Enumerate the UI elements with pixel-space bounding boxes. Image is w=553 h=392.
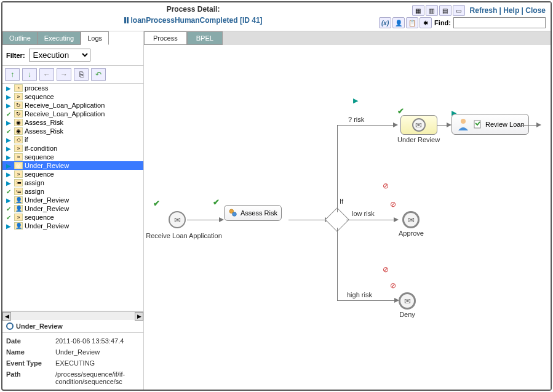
tree-label: sequence <box>25 153 54 161</box>
check-icon: ✔ <box>153 199 160 208</box>
tree-row[interactable]: ✔👤Under_Review <box>2 204 143 213</box>
asg-icon: ≔ <box>14 188 23 195</box>
nav-down-icon[interactable]: ↓ <box>22 68 37 81</box>
horizontal-scrollbar[interactable]: ◀ ▶ <box>2 311 143 320</box>
edge <box>346 220 394 220</box>
tree-row[interactable]: ▶▫process <box>2 84 143 92</box>
svg-point-2 <box>461 119 466 124</box>
filter-label: Filter: <box>6 52 25 59</box>
tree-label: Under_Review <box>25 196 69 204</box>
nav-up-icon[interactable]: ↑ <box>5 68 20 81</box>
tab-executing[interactable]: Executing <box>38 31 81 45</box>
person-icon[interactable]: 👤 <box>392 17 405 28</box>
refresh-link[interactable]: Refresh <box>470 6 498 15</box>
tree-row[interactable]: ✔≔assign <box>2 187 143 196</box>
pause-icon <box>124 17 129 23</box>
review-loan-task[interactable]: Review Loan <box>452 114 529 135</box>
tree-label: process <box>25 84 49 92</box>
scroll-right-icon[interactable]: ▶ <box>135 312 143 321</box>
envelope-icon: ✉ <box>169 211 186 228</box>
tree-label: Receive_Loan_Application <box>25 110 105 118</box>
ring-icon <box>6 322 14 330</box>
tree-row[interactable]: ▶»if-condition <box>2 144 143 153</box>
find-label: Find: <box>434 19 451 26</box>
tree-label: Under_Review <box>25 222 69 230</box>
envelope-icon: ✉ <box>399 292 416 310</box>
tree-row[interactable]: ▶◉Assess_Risk <box>2 118 143 127</box>
rec-icon: ↻ <box>14 102 23 109</box>
under-review-task[interactable]: ✉ Under Review <box>397 115 440 143</box>
layout-4-icon[interactable]: ▭ <box>453 5 465 16</box>
sidebar-tabs: Outline Executing Logs <box>2 31 143 45</box>
tree-row[interactable]: ✔»sequence <box>2 213 143 222</box>
close-link[interactable]: Close <box>525 6 546 15</box>
bug-icon[interactable]: ✱ <box>420 17 432 28</box>
deny-event[interactable]: ✉ Deny <box>399 292 416 318</box>
task-icon: 👤 <box>14 222 23 230</box>
nav-toolbar: ↑ ↓ ← → ⎘ ↶ <box>2 66 143 84</box>
tab-process[interactable]: Process <box>144 31 187 45</box>
if-icon: ◇ <box>14 136 23 143</box>
view-icons: ▦ ▥ ▤ ▭ <box>412 5 465 16</box>
layout-2-icon[interactable]: ▥ <box>426 5 438 16</box>
nav-export-icon[interactable]: ⎘ <box>74 68 89 81</box>
process-canvas[interactable]: ✔ ✉ Receive Loan Application ✔ Assess Ri… <box>144 45 551 390</box>
play-icon: ▶ <box>5 171 12 178</box>
tree-label: Under_Review <box>25 205 69 212</box>
check-icon: ✔ <box>5 214 12 221</box>
tree-label: assign <box>25 179 44 186</box>
assess-risk-task[interactable]: Assess Risk <box>224 205 282 221</box>
approve-event[interactable]: ✉ Approve <box>399 211 424 237</box>
doc-icon[interactable]: 📋 <box>406 17 418 28</box>
variable-icon[interactable]: (x) <box>379 17 391 28</box>
play-icon: ▶ <box>5 119 12 126</box>
help-link[interactable]: Help <box>503 6 519 15</box>
tree-row[interactable]: ▶»sequence <box>2 170 143 178</box>
tab-outline[interactable]: Outline <box>2 31 38 45</box>
filter-select[interactable]: Execution <box>29 49 90 62</box>
person-icon <box>456 117 471 132</box>
receive-label: Receive Loan Application <box>144 232 224 239</box>
edge <box>337 125 338 212</box>
task-icon: 👤 <box>14 205 23 212</box>
tab-logs[interactable]: Logs <box>81 31 109 45</box>
tree-row[interactable]: ✔↻Receive_Loan_Application <box>2 110 143 118</box>
seq-icon: » <box>14 170 23 178</box>
receive-event[interactable]: ✉ <box>169 211 186 228</box>
play-icon: ▶ <box>5 85 12 92</box>
tree-row[interactable]: ▶👤Under_Review <box>2 222 143 230</box>
tree-row[interactable]: ▶◇if <box>2 135 143 144</box>
layout-1-icon[interactable]: ▦ <box>412 5 424 16</box>
tree-row[interactable]: ▶◎Under_Review <box>2 161 143 170</box>
tree-row[interactable]: ▶»sequence <box>2 92 143 101</box>
tree-label: sequence <box>25 170 54 178</box>
layout-3-icon[interactable]: ▤ <box>439 5 452 16</box>
envelope-icon: ✉ <box>412 118 426 132</box>
tree-row[interactable]: ▶↻Receive_Loan_Application <box>2 101 143 110</box>
inv-icon: ◉ <box>14 119 23 126</box>
tree-row[interactable]: ▶»sequence <box>2 153 143 161</box>
arrow-icon <box>394 217 399 222</box>
gateway-if[interactable] <box>328 211 346 228</box>
tree-label: sequence <box>25 93 54 100</box>
tree-row[interactable]: ▶≔assign <box>2 178 143 187</box>
tree-label: Assess_Risk <box>25 127 63 135</box>
nav-undo-icon[interactable]: ↶ <box>91 68 106 81</box>
tree-row[interactable]: ✔◉Assess_Risk <box>2 127 143 135</box>
task-icon: 👤 <box>14 196 23 204</box>
nav-right-icon[interactable]: → <box>57 68 71 81</box>
find-input[interactable] <box>453 17 546 28</box>
titlebar: Process Detail: loanProcessHumanComplete… <box>2 2 551 31</box>
seq-icon: » <box>14 145 23 152</box>
seq-icon: » <box>14 153 23 161</box>
tree-label: if <box>25 136 28 143</box>
tab-bpel[interactable]: BPEL <box>187 31 223 45</box>
log-tree[interactable]: ▶▫process▶»sequence▶↻Receive_Loan_Applic… <box>2 84 143 311</box>
scroll-left-icon[interactable]: ◀ <box>2 312 11 321</box>
tree-row[interactable]: ▶👤Under_Review <box>2 196 143 204</box>
no-entry-icon: ⊘ <box>383 265 389 274</box>
seq-icon: » <box>14 93 23 100</box>
nav-left-icon[interactable]: ← <box>39 68 54 81</box>
tree-label: Assess_Risk <box>25 119 63 126</box>
play-icon: ▶ <box>5 94 12 100</box>
